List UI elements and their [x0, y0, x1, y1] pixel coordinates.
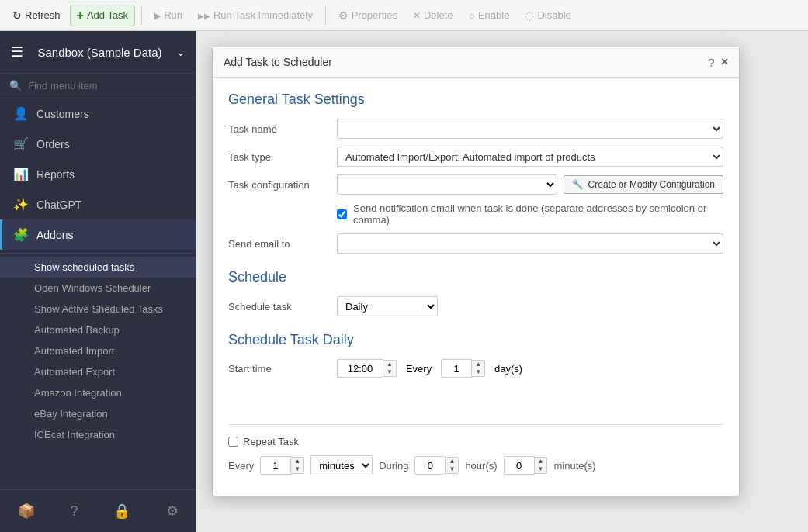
- disable-icon: [525, 9, 534, 22]
- create-modify-button[interactable]: 🔧 Create or Modify Configuration: [564, 175, 723, 194]
- orders-icon: 🛒: [13, 136, 29, 151]
- add-icon: [77, 9, 84, 22]
- schedule-daily-section: Schedule Task Daily Start time ▲ ▼: [228, 332, 723, 378]
- schedule-task-row: Schedule task Daily Weekly Monthly Once …: [228, 296, 723, 316]
- sidebar-divider: [0, 253, 196, 254]
- delete-label: Delete: [424, 9, 453, 21]
- add-task-button[interactable]: Add Task: [70, 5, 136, 26]
- lock-footer-icon[interactable]: 🔒: [106, 498, 138, 524]
- sidebar-item-label: Addons: [36, 229, 73, 241]
- sidebar-item-chatgpt[interactable]: ✨ ChatGPT: [0, 189, 196, 219]
- task-type-row: Task type Automated Import/Export: Autom…: [228, 147, 723, 167]
- repeat-task-checkbox[interactable]: [228, 437, 238, 447]
- repeat-every-up[interactable]: ▲: [291, 458, 303, 465]
- separator-1: [141, 6, 142, 25]
- properties-icon: [338, 9, 349, 22]
- minutes-label: minute(s): [553, 460, 595, 472]
- properties-button[interactable]: Properties: [332, 6, 404, 25]
- sidebar-search: 🔍: [0, 74, 196, 98]
- task-name-row: Task name: [228, 119, 723, 139]
- start-time-label: Start time: [228, 363, 329, 375]
- settings-footer-icon[interactable]: ⚙: [158, 498, 186, 524]
- sidebar-item-customers[interactable]: 👤 Customers: [0, 98, 196, 129]
- disable-button[interactable]: Disable: [518, 6, 577, 25]
- during-minutes-spinner: ▲ ▼: [504, 456, 548, 475]
- dialog-title-bar: Add Task to Scheduler ? ×: [213, 47, 739, 78]
- repeat-every-down[interactable]: ▼: [291, 465, 303, 473]
- sidebar-sub-icecat[interactable]: ICEcat Integration: [0, 424, 196, 445]
- every-down[interactable]: ▼: [472, 368, 484, 376]
- dialog-close-button[interactable]: ×: [721, 55, 728, 69]
- send-email-select[interactable]: [337, 233, 723, 254]
- repeat-every-input[interactable]: [260, 456, 291, 475]
- sidebar-sub-automated-export[interactable]: Automated Export: [0, 361, 196, 382]
- sidebar-sub-amazon[interactable]: Amazon Integration: [0, 382, 196, 403]
- task-config-label: Task configuration: [228, 179, 329, 191]
- sidebar-sub-automated-import[interactable]: Automated Import: [0, 340, 196, 361]
- start-time-input[interactable]: [337, 359, 383, 378]
- notification-label[interactable]: Send notification email when task is don…: [353, 202, 723, 226]
- start-time-spinner: ▲ ▼: [337, 359, 397, 378]
- add-task-label: Add Task: [87, 9, 128, 21]
- properties-label: Properties: [352, 9, 397, 21]
- sidebar-item-orders[interactable]: 🛒 Orders: [0, 129, 196, 159]
- chatgpt-icon: ✨: [13, 197, 29, 212]
- orders-footer-icon[interactable]: 📦: [10, 498, 43, 524]
- sidebar: ☰ Sandbox (Sample Data) ⌄ 🔍 👤 Customers …: [0, 31, 196, 532]
- add-task-dialog: Add Task to Scheduler ? × General Task S…: [212, 47, 740, 496]
- delete-button[interactable]: Delete: [407, 6, 459, 24]
- dialog-help-button[interactable]: ?: [708, 56, 714, 69]
- sidebar-item-label: Customers: [36, 108, 89, 120]
- every-input[interactable]: [441, 359, 472, 378]
- notification-checkbox[interactable]: [337, 209, 347, 219]
- start-time-up[interactable]: ▲: [383, 361, 396, 368]
- run-button[interactable]: Run: [148, 6, 189, 24]
- refresh-button[interactable]: Refresh: [6, 6, 67, 25]
- repeat-task-label[interactable]: Repeat Task: [243, 436, 299, 447]
- search-input[interactable]: [28, 80, 187, 92]
- repeat-minutes-select[interactable]: minutes hours: [310, 455, 373, 475]
- send-email-row: Send email to: [228, 233, 723, 254]
- wrench-icon: 🔧: [572, 179, 584, 190]
- delete-icon: [413, 9, 421, 21]
- hamburger-icon[interactable]: ☰: [11, 43, 23, 60]
- app-name: Sandbox (Sample Data): [23, 46, 176, 59]
- create-modify-label: Create or Modify Configuration: [588, 179, 715, 190]
- start-time-arrows: ▲ ▼: [383, 360, 397, 377]
- sidebar-sub-automated-backup[interactable]: Automated Backup: [0, 320, 196, 340]
- start-time-row: Start time ▲ ▼ Every: [228, 359, 723, 378]
- during-hours-down[interactable]: ▼: [446, 465, 458, 473]
- run-immediately-button[interactable]: Run Task Immediately: [192, 6, 319, 24]
- help-footer-icon[interactable]: ?: [63, 499, 86, 524]
- schedule-task-inline: Daily Weekly Monthly Once Every N minute…: [337, 296, 438, 316]
- task-config-select[interactable]: [337, 174, 557, 195]
- schedule-task-select[interactable]: Daily Weekly Monthly Once Every N minute…: [337, 296, 438, 316]
- sidebar-sub-windows-scheduler[interactable]: Open Windows Scheduler: [0, 278, 196, 299]
- enable-label: Enable: [478, 9, 509, 21]
- during-minutes-input[interactable]: [504, 456, 535, 475]
- task-name-select[interactable]: [337, 119, 723, 139]
- sidebar-sub-scheduled-tasks[interactable]: Show scheduled tasks: [0, 257, 196, 278]
- run-label: Run: [164, 9, 182, 21]
- every-up[interactable]: ▲: [472, 361, 484, 368]
- repeat-every-arrows: ▲ ▼: [291, 457, 304, 474]
- chevron-down-icon[interactable]: ⌄: [176, 46, 186, 58]
- during-hours-up[interactable]: ▲: [446, 458, 458, 465]
- sidebar-item-reports[interactable]: 📊 Reports: [0, 159, 196, 189]
- sidebar-item-label: ChatGPT: [36, 199, 81, 211]
- start-time-down[interactable]: ▼: [383, 368, 396, 376]
- content-area: Add Task to Scheduler ? × General Task S…: [196, 31, 808, 532]
- during-minutes-up[interactable]: ▲: [535, 458, 547, 465]
- enable-button[interactable]: Enable: [462, 6, 515, 25]
- task-type-label: Task type: [228, 151, 329, 163]
- sidebar-sub-active-tasks[interactable]: Show Active Sheduled Tasks: [0, 299, 196, 320]
- during-minutes-down[interactable]: ▼: [535, 465, 547, 473]
- repeat-every-spinner: ▲ ▼: [260, 456, 304, 475]
- sidebar-item-addons[interactable]: 🧩 Addons: [0, 219, 196, 250]
- during-hours-arrows: ▲ ▼: [446, 457, 459, 474]
- during-hours-input[interactable]: [414, 456, 446, 475]
- task-type-select[interactable]: Automated Import/Export: Automated impor…: [337, 147, 723, 167]
- sidebar-sub-ebay[interactable]: eBay Integration: [0, 403, 196, 424]
- run-icon: [154, 9, 161, 21]
- hours-label: hour(s): [465, 460, 497, 472]
